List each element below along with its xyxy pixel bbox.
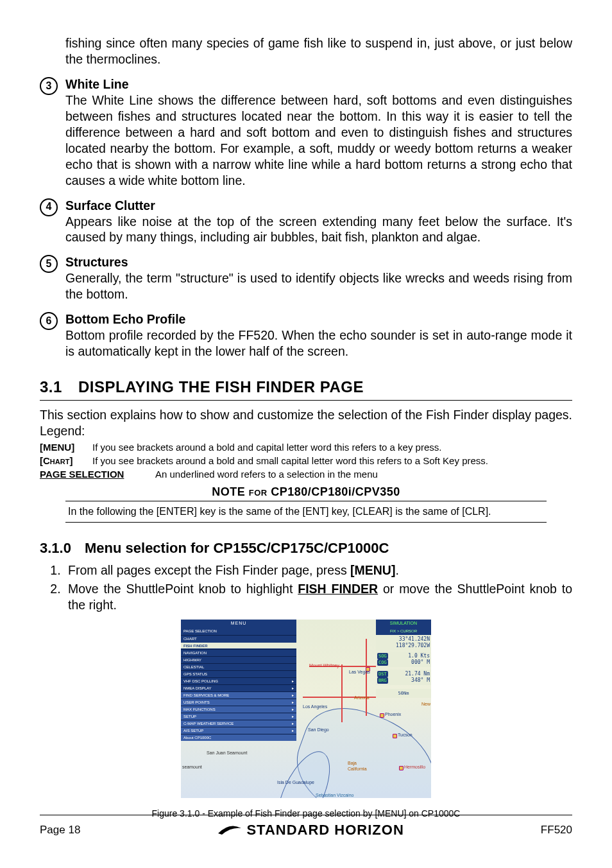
footer-model: FF520 (541, 824, 572, 837)
brg-tag: BRG (377, 677, 388, 684)
shot-row-fishfinder: FISH FINDER (181, 642, 296, 649)
shot-simulation: SIMULATION (376, 620, 431, 627)
shot-sog-cog: SOG1.0 Kts COG000° M (376, 652, 431, 667)
page-number: Page 18 (40, 824, 80, 837)
footer: Page 18 STANDARD HORIZON FF520 (40, 815, 572, 838)
shot-row-chart: CHART (181, 635, 296, 642)
legend-key-chart: [Chart] (40, 454, 92, 467)
legend-row-menu: [MENU] If you see brackets around a bold… (40, 440, 572, 454)
legend-body-pagesel: An underlined word refers to a selection… (142, 467, 572, 481)
label-hermosillo: Hermosillo (404, 765, 425, 770)
subsection-3-1-0-heading: 3.1.0Menu selection for CP155C/CP175C/CP… (40, 539, 572, 557)
dst-tag: DST (377, 671, 388, 677)
shot-latlon: 33°41.242N 118°29.702W (376, 635, 431, 650)
shot-cog: 000° M (411, 659, 430, 666)
shot-row-gps: GPS STATUS (181, 670, 296, 677)
shot-lon: 118°29.702W (377, 643, 430, 649)
road-3 (366, 639, 367, 716)
shot-scale: 50Nm (376, 689, 431, 698)
item-6-title: Bottom Echo Profile (65, 311, 572, 327)
item-3: 3 White Line The White Line shows the di… (40, 76, 572, 189)
road-4 (341, 664, 343, 722)
label-mtwhitney: Mount Whitney (309, 663, 339, 669)
item-4-title: Surface Clutter (65, 198, 572, 214)
subsection-3-1-0-title: Menu selection for CP155C/CP175C/CP1000C (85, 540, 389, 556)
shot-row-ais-text: AIS SETUP (183, 729, 203, 733)
label-baja: Baja California (348, 761, 367, 772)
circled-6: 6 (40, 312, 58, 330)
screenshot: MENU PAGE SELECTION CHART FISH FINDER NA… (181, 620, 431, 798)
note-title-for: for (249, 485, 268, 498)
city-tucson-icon (393, 734, 397, 738)
label-newmexico: New (421, 702, 430, 707)
shot-page-selection: PAGE SELECTION (181, 627, 296, 635)
shot-row-vhf-text: VHF DSC POLLING (183, 679, 218, 683)
shot-fix-cursor: FIX > CURSOR (376, 627, 431, 635)
shot-row-max-text: MAX FUNCTIONS (183, 707, 216, 711)
note-title-post: CP180/CP180i/CPV350 (268, 485, 400, 498)
item-4: 4 Surface Clutter Appears like noise at … (40, 198, 572, 246)
label-phoenix: Phoenix (385, 712, 401, 718)
shot-row-celestial: CELESTIAL (181, 663, 296, 670)
shot-lat: 33°41.242N (377, 636, 430, 643)
item-6: 6 Bottom Echo Profile Bottom profile rec… (40, 311, 572, 360)
section-3-1-num: 3.1 (40, 378, 78, 397)
item-3-title: White Line (65, 76, 572, 92)
subsection-3-1-0-num: 3.1.0 (40, 539, 85, 557)
shot-menu-title: MENU (181, 620, 296, 627)
legend-row-chart: [Chart] If you see brackets around a bol… (40, 454, 572, 467)
intro-continuation: fishing since often many species of game… (65, 35, 572, 67)
circled-4: 4 (40, 198, 58, 216)
circled-5: 5 (40, 255, 58, 273)
item-6-body: Bottom profile recorded by the FF520. Wh… (65, 327, 572, 360)
city-hermosillo-icon (399, 766, 404, 770)
city-phoenix-icon (380, 713, 384, 718)
item-5-title: Structures (65, 254, 572, 270)
shot-row-navigation: NAVIGATION (181, 649, 296, 656)
shot-row-userpts: USER POINTS▸ (181, 699, 296, 706)
shot-row-nmea: NMEA DISPLAY▸ (181, 684, 296, 691)
label-vizcaino: Sebastian Vizcaino (316, 793, 353, 798)
shot-row-highway: HIGHWAY (181, 656, 296, 663)
shot-row-find-text: FIND SERVICES & MORE (183, 693, 229, 697)
item-3-body: The White Line shows the difference betw… (65, 92, 572, 189)
cog-tag: COG (377, 659, 388, 666)
label-sanjuan: San Juan Seamount (207, 751, 247, 756)
shot-row-setup-text: SETUP (183, 715, 196, 718)
label-la: Los Angeles (303, 704, 327, 710)
legend-key-menu: [MENU] (40, 440, 92, 454)
step-1: From all pages except the Fish Finder pa… (64, 562, 572, 578)
shot-row-cmap: C-MAP WEATHER SERVICE▸ (181, 720, 296, 727)
shot-row-vhf: VHF DSC POLLING▸ (181, 677, 296, 684)
legend-row-pagesel: PAGE SELECTION An underlined word refers… (40, 467, 572, 481)
label-arizona: Arizona (354, 695, 370, 701)
shot-row-ais: AIS SETUP▸ (181, 727, 296, 734)
shot-row-userpts-text: USER POINTS (183, 700, 210, 704)
legend-body-chart: If you see brackets around a bold and sm… (92, 454, 572, 467)
step-1-c: . (395, 563, 398, 577)
circled-3: 3 (40, 77, 58, 95)
note-title: NOTE for CP180/CP180i/CPV350 (40, 485, 572, 499)
shot-dst: 21.74 Nm (405, 671, 430, 677)
label-sd: San Diego (308, 727, 329, 733)
brand-text: STANDARD HORIZON (246, 822, 404, 838)
item-4-body: Appears like noise at the top of the scr… (65, 214, 572, 246)
section-3-1-intro: This section explains how to show and cu… (40, 407, 572, 439)
section-3-1-heading: 3.1DISPLAYING THE FISH FINDER PAGE (40, 378, 572, 401)
item-5-body: Generally, the term "structure" is used … (65, 270, 572, 302)
figure-wrap: MENU PAGE SELECTION CHART FISH FINDER NA… (40, 620, 572, 820)
shot-sog: 1.0 Kts (408, 653, 430, 659)
steps-list: From all pages except the Fish Finder pa… (40, 562, 572, 613)
label-lasvegas: Las Vegas (349, 670, 370, 675)
step-1-a: From all pages except the Fish Finder pa… (68, 563, 350, 577)
shot-row-about: About CP1000C (181, 734, 296, 741)
note-box: In the following the [ENTER] key is the … (65, 501, 547, 523)
shot-row-nmea-text: NMEA DISPLAY (183, 686, 212, 690)
label-guadalupe: Isla De Guadalupe (277, 780, 314, 786)
section-3-1-title: DISPLAYING THE FISH FINDER PAGE (78, 378, 364, 395)
label-tucson: Tucson (398, 733, 412, 738)
shot-row-setup: SETUP▸ (181, 713, 296, 720)
legend-key-pagesel: PAGE SELECTION (40, 467, 142, 481)
shot-row-max: MAX FUNCTIONS▸ (181, 706, 296, 713)
shot-brg: 348° M (411, 677, 430, 684)
